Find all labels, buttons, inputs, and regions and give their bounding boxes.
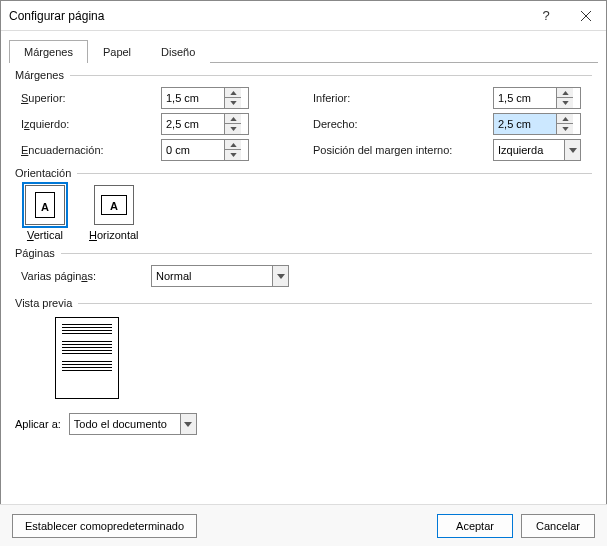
svg-marker-12: [569, 148, 577, 153]
spinner-left[interactable]: [161, 113, 249, 135]
svg-marker-6: [230, 117, 236, 121]
spinner-right[interactable]: [493, 113, 581, 135]
window-title: Configurar página: [9, 9, 526, 23]
apply-row: Aplicar a: Todo el documento: [15, 413, 592, 435]
group-margins-label: Márgenes: [15, 69, 64, 81]
group-orientation-label: Orientación: [15, 167, 71, 179]
orientation-vertical[interactable]: A Vertical: [25, 185, 65, 241]
label-gutter: Encuadernación:: [21, 144, 161, 156]
svg-marker-17: [277, 274, 285, 279]
svg-marker-11: [230, 153, 236, 157]
select-multipages-value: Normal: [156, 270, 272, 282]
spinner-up-icon[interactable]: [225, 114, 241, 124]
spinner-down-icon[interactable]: [557, 124, 573, 134]
input-bottom[interactable]: [494, 88, 556, 108]
svg-text:A: A: [41, 201, 49, 213]
close-icon: [581, 11, 591, 21]
spinner-down-icon[interactable]: [225, 124, 241, 134]
input-gutter[interactable]: [162, 140, 224, 160]
label-gutterpos: Posición del margen interno:: [313, 144, 493, 156]
group-margins: Márgenes Superior: Inferior: Izquierdo: …: [15, 69, 592, 161]
label-right: Derecho:: [313, 118, 493, 130]
chevron-down-icon: [180, 414, 196, 434]
landscape-icon: A: [94, 185, 134, 225]
svg-marker-8: [562, 117, 568, 121]
spinner-down-icon[interactable]: [557, 98, 573, 108]
preview-page-icon: [55, 317, 119, 399]
spinner-top[interactable]: [161, 87, 249, 109]
orientation-vertical-label: Vertical: [27, 229, 63, 241]
cancel-button[interactable]: Cancelar: [521, 514, 595, 538]
set-default-button[interactable]: Establecer como predeterminado: [12, 514, 197, 538]
spinner-up-icon[interactable]: [225, 140, 241, 150]
group-preview-label: Vista previa: [15, 297, 72, 309]
spinner-down-icon[interactable]: [225, 98, 241, 108]
svg-marker-10: [230, 143, 236, 147]
group-preview: Vista previa: [15, 297, 592, 399]
spinner-up-icon[interactable]: [225, 88, 241, 98]
orientation-horizontal[interactable]: A Horizontal: [89, 185, 139, 241]
spinner-bottom[interactable]: [493, 87, 581, 109]
spinner-down-icon[interactable]: [225, 150, 241, 160]
footer: Establecer como predeterminado Aceptar C…: [0, 504, 607, 546]
spinner-gutter[interactable]: [161, 139, 249, 161]
svg-marker-18: [184, 422, 192, 427]
select-multipages[interactable]: Normal: [151, 265, 289, 287]
tabs: Márgenes Papel Diseño: [1, 31, 606, 62]
svg-marker-5: [562, 101, 568, 105]
select-applyto[interactable]: Todo el documento: [69, 413, 197, 435]
chevron-down-icon: [272, 266, 288, 286]
group-pages-label: Páginas: [15, 247, 55, 259]
svg-marker-4: [562, 91, 568, 95]
tab-design[interactable]: Diseño: [146, 40, 210, 63]
spinner-up-icon[interactable]: [557, 88, 573, 98]
orientation-horizontal-label: Horizontal: [89, 229, 139, 241]
ok-button[interactable]: Aceptar: [437, 514, 513, 538]
svg-marker-9: [562, 127, 568, 131]
label-bottom: Inferior:: [313, 92, 493, 104]
input-top[interactable]: [162, 88, 224, 108]
titlebar: Configurar página ?: [1, 1, 606, 31]
label-left: Izquierdo:: [21, 118, 161, 130]
help-button[interactable]: ?: [526, 1, 566, 31]
tab-margins[interactable]: Márgenes: [9, 40, 88, 63]
group-orientation: Orientación A Vertical A Horizontal: [15, 167, 592, 241]
portrait-icon: A: [25, 185, 65, 225]
svg-text:A: A: [110, 200, 118, 212]
panel-margins: Márgenes Superior: Inferior: Izquierdo: …: [1, 63, 606, 435]
group-pages: Páginas Varias páginas: Normal: [15, 247, 592, 287]
label-applyto: Aplicar a:: [15, 418, 61, 430]
svg-marker-2: [230, 91, 236, 95]
input-left[interactable]: [162, 114, 224, 134]
select-applyto-value: Todo el documento: [74, 418, 180, 430]
input-right[interactable]: [494, 114, 556, 134]
tab-paper[interactable]: Papel: [88, 40, 146, 63]
svg-marker-7: [230, 127, 236, 131]
chevron-down-icon: [564, 140, 580, 160]
svg-marker-3: [230, 101, 236, 105]
label-top: Superior:: [21, 92, 161, 104]
select-gutterpos[interactable]: Izquierda: [493, 139, 581, 161]
close-button[interactable]: [566, 1, 606, 31]
label-multipages: Varias páginas:: [21, 270, 141, 282]
spinner-up-icon[interactable]: [557, 114, 573, 124]
select-gutterpos-value: Izquierda: [498, 144, 564, 156]
